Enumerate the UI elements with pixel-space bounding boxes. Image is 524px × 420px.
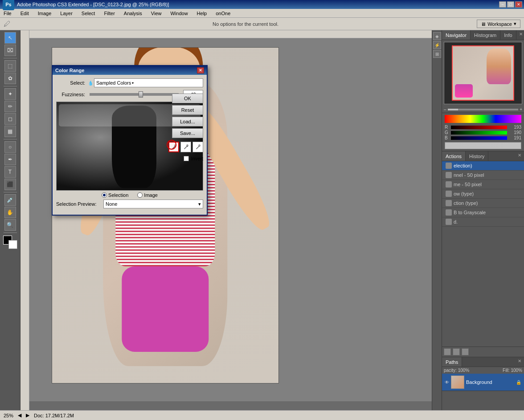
reset-button[interactable]: Reset — [172, 105, 203, 115]
history-item-2[interactable]: me - 50 pixel — [442, 180, 524, 189]
fuzziness-slider[interactable] — [90, 93, 179, 96]
history-panel-close[interactable]: ✕ — [515, 151, 524, 161]
history-item-6[interactable]: d. — [442, 217, 524, 227]
history-delete-btn[interactable] — [462, 348, 469, 355]
color-swatches[interactable] — [3, 236, 17, 249]
minimize-button[interactable]: – — [499, 1, 506, 8]
history-item-5[interactable]: B to Grayscale — [442, 208, 524, 217]
zoom-slider-fill — [448, 109, 458, 110]
toolbar-separator-2 — [4, 86, 17, 86]
tool-pen[interactable]: ✒ — [4, 154, 16, 165]
mini-tool-2[interactable]: ⚡ — [433, 41, 441, 49]
titlebar: Ps Adobe Photoshop CS3 Extended - [DSC_0… — [0, 0, 524, 9]
tab-paths[interactable]: Paths — [442, 357, 462, 367]
tool-text[interactable]: T — [4, 166, 16, 178]
ps-logo: Ps — [3, 0, 14, 10]
slider-thumb[interactable] — [139, 91, 143, 98]
tool-crop[interactable]: ⬚ — [4, 60, 16, 72]
zoom-slider[interactable] — [448, 109, 519, 110]
toolbar-separator-3 — [4, 139, 17, 139]
menu-help[interactable]: Help — [195, 10, 209, 17]
select-dropdown[interactable]: Sampled Colors ▾ — [94, 78, 203, 87]
zoom-out-icon[interactable]: – — [444, 107, 446, 112]
tool-lasso[interactable]: ⌧ — [4, 45, 16, 56]
menu-window[interactable]: Window — [168, 10, 189, 17]
history-item-0[interactable]: election) — [442, 161, 524, 171]
tool-shape[interactable]: ⬛ — [4, 179, 16, 190]
menu-edit[interactable]: Edit — [19, 10, 31, 17]
load-button[interactable]: Load... — [172, 117, 203, 126]
preview-dropdown[interactable]: None ▾ — [103, 200, 203, 208]
layer-background[interactable]: 👁 Background 🔒 — [442, 374, 524, 391]
invert-label: Invert — [191, 156, 203, 161]
color-range-body: Select: 💧 Sampled Colors ▾ Fuzziness: — [53, 75, 207, 215]
tab-navigator[interactable]: Navigator — [442, 30, 471, 40]
menu-image[interactable]: Image — [36, 10, 53, 17]
tab-info[interactable]: Info — [500, 30, 516, 40]
invert-checkbox[interactable] — [184, 156, 189, 161]
history-toolbar — [442, 347, 524, 357]
options-text: No options for the current tool. — [14, 21, 477, 27]
workspace-button[interactable]: 🖥 Workspace ▾ — [477, 20, 520, 28]
g-value: 190 — [508, 130, 521, 135]
history-snapshot-btn[interactable] — [444, 348, 451, 355]
tool-eraser[interactable]: ◻ — [4, 113, 16, 125]
dialog-close-button[interactable]: ✕ — [197, 67, 204, 73]
menu-analysis[interactable]: Analysis — [122, 10, 144, 17]
eyedropper-tools: + – — [168, 142, 203, 152]
save-button[interactable]: Save... — [172, 128, 203, 138]
g-row: G 190 — [445, 130, 521, 135]
tool-select[interactable]: ↖ — [4, 32, 16, 44]
tool-gradient[interactable]: ▦ — [4, 126, 16, 137]
eyedropper-add-button[interactable]: + — [180, 142, 191, 152]
history-item-3[interactable]: ow (type) — [442, 189, 524, 199]
color-gradient-strip[interactable] — [445, 115, 521, 123]
ok-button[interactable]: OK — [172, 94, 203, 103]
tab-histogram[interactable]: Histogram — [471, 30, 500, 40]
menu-filter[interactable]: Filter — [102, 10, 116, 17]
actions-panel: Actions History ✕ election) nnel - 50 pi… — [442, 151, 524, 357]
tool-hand[interactable]: ✋ — [4, 207, 16, 218]
eyedropper-normal-button[interactable] — [168, 142, 179, 152]
layers-tabs: Paths ✕ — [442, 357, 524, 367]
menu-layer[interactable]: Layer — [58, 10, 74, 17]
tab-actions[interactable]: Actions — [442, 151, 466, 161]
eyedropper-subtract-button[interactable]: – — [192, 142, 203, 152]
background-color[interactable] — [8, 240, 17, 249]
canvas-viewport[interactable]: Color Range ✕ Select: 💧 Sampled Colors ▾ — [29, 38, 432, 401]
selection-preview-row: Selection Preview: None ▾ — [56, 200, 203, 208]
status-arrow-right[interactable]: ▶ — [26, 412, 29, 418]
tool-clone[interactable]: ✦ — [4, 88, 16, 100]
fuzziness-label: Fuzziness: — [56, 92, 85, 97]
close-button[interactable]: ✕ — [515, 1, 522, 8]
menu-view[interactable]: View — [149, 10, 164, 17]
tool-dodge[interactable]: ○ — [4, 141, 16, 153]
mini-tool-3[interactable]: ⊞ — [433, 50, 441, 58]
navigator-panel: Navigator Histogram Info ✕ – + — [442, 30, 524, 113]
navigator-panel-close[interactable]: ✕ — [516, 30, 524, 40]
image-radio[interactable]: Image — [137, 192, 158, 198]
tab-history[interactable]: History — [466, 151, 488, 161]
menu-file[interactable]: File — [2, 10, 13, 17]
menu-onone[interactable]: onOne — [214, 10, 232, 17]
fill-label: Fill: 100% — [503, 368, 522, 373]
color-range-dialog: Color Range ✕ Select: 💧 Sampled Colors ▾ — [52, 65, 208, 216]
history-item-1[interactable]: nnel - 50 pixel — [442, 171, 524, 180]
tool-patch[interactable]: ✿ — [4, 73, 16, 84]
history-item-4[interactable]: ction (type) — [442, 199, 524, 208]
tool-zoom[interactable]: 🔍 — [4, 219, 16, 231]
layer-visibility-icon[interactable]: 👁 — [445, 380, 449, 385]
color-swatch[interactable] — [445, 142, 521, 149]
history-icon-0 — [446, 163, 452, 169]
status-arrow-left[interactable]: ◀ — [18, 412, 21, 418]
zoom-in-icon[interactable]: + — [520, 107, 522, 112]
selection-radio[interactable]: Selection — [102, 192, 128, 198]
layers-panel-close[interactable]: ✕ — [515, 357, 524, 367]
maximize-button[interactable]: □ — [507, 1, 514, 8]
menu-select[interactable]: Select — [80, 10, 97, 17]
tool-brush[interactable]: ✏ — [4, 101, 16, 112]
tool-eyedropper[interactable]: 💉 — [4, 194, 16, 206]
mini-tool-1[interactable]: ◈ — [433, 32, 441, 40]
opacity-label: pacity: 100% — [444, 368, 469, 373]
history-new-btn[interactable] — [453, 348, 460, 355]
